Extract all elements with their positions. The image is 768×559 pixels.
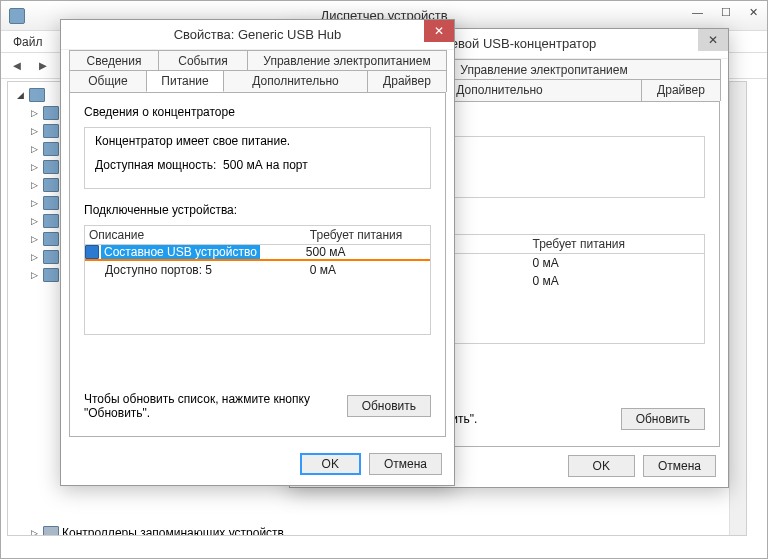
twisty-icon[interactable]: ◢: [14, 90, 26, 100]
device-icon: [43, 268, 59, 282]
available-power-value: 500 мА на порт: [223, 158, 308, 172]
device-icon: [43, 106, 59, 120]
tree-label: Контроллеры запоминающих устройств: [62, 526, 284, 536]
dialog-titlebar: Свойства: Generic USB Hub ✕: [61, 20, 454, 50]
maximize-button[interactable]: ☐: [711, 1, 739, 23]
dialog-title: Свойства: Generic USB Hub: [174, 27, 342, 42]
device-icon: [43, 214, 59, 228]
twisty-icon[interactable]: ▷: [28, 216, 40, 226]
twisty-icon[interactable]: ▷: [28, 162, 40, 172]
storage-icon: [43, 526, 59, 536]
tab-advanced[interactable]: Дополнительно: [223, 70, 368, 92]
tree-scrollbar[interactable]: [729, 82, 746, 535]
device-icon: [43, 124, 59, 138]
connected-devices-label: Подключенные устройства:: [84, 203, 431, 217]
refresh-button[interactable]: Обновить: [621, 408, 705, 430]
app-icon: [9, 8, 25, 24]
tab-general[interactable]: Общие: [69, 70, 147, 92]
device-icon: [43, 160, 59, 174]
device-name: Составное USB устройство: [101, 245, 260, 259]
device-list-group: ОписаниеТребует питания Составное USB ус…: [84, 225, 431, 335]
table-row[interactable]: Доступно портов: 50 мА: [85, 260, 430, 279]
device-power: 500 мА: [306, 245, 430, 261]
nav-forward-button[interactable]: ►: [31, 56, 55, 76]
tree-node-storage[interactable]: ▷Контроллеры запоминающих устройств: [10, 524, 744, 536]
tab-details[interactable]: Сведения: [69, 50, 159, 71]
ok-button[interactable]: OK: [568, 455, 635, 477]
refresh-hint: Чтобы обновить список, нажмите кнопку "О…: [84, 392, 347, 420]
dialog-close-button[interactable]: ✕: [424, 20, 454, 42]
tab-driver[interactable]: Драйвер: [641, 79, 721, 101]
properties-dialog-front: Свойства: Generic USB Hub ✕ Сведения Соб…: [60, 19, 455, 486]
twisty-icon[interactable]: ▷: [28, 252, 40, 262]
device-icon: [43, 250, 59, 264]
device-icon: [43, 196, 59, 210]
col-requires: Требует питания: [529, 235, 705, 254]
tab-panel-power: Сведения о концентраторе Концентратор им…: [69, 92, 446, 437]
hub-info-group: Концентратор имеет свое питание. Доступн…: [84, 127, 431, 189]
nav-back-button[interactable]: ◄: [5, 56, 29, 76]
refresh-button[interactable]: Обновить: [347, 395, 431, 417]
tab-power-management[interactable]: Управление электропитанием: [247, 50, 447, 71]
twisty-icon[interactable]: ▷: [28, 126, 40, 136]
col-requires: Требует питания: [306, 226, 430, 245]
device-icon: [43, 232, 59, 246]
usb-device-icon: [85, 245, 99, 259]
twisty-icon[interactable]: ▷: [28, 528, 40, 536]
cancel-button[interactable]: Отмена: [369, 453, 442, 475]
main-close-button[interactable]: ✕: [739, 1, 767, 23]
twisty-icon[interactable]: ▷: [28, 270, 40, 280]
menu-file[interactable]: Файл: [5, 33, 51, 51]
twisty-icon[interactable]: ▷: [28, 144, 40, 154]
self-powered-text: Концентратор имеет свое питание.: [95, 134, 422, 148]
device-icon: [43, 178, 59, 192]
table-row-selected[interactable]: Составное USB устройство 500 мА: [85, 245, 430, 261]
twisty-icon[interactable]: ▷: [28, 180, 40, 190]
tab-events[interactable]: События: [158, 50, 248, 71]
tab-driver[interactable]: Драйвер: [367, 70, 447, 92]
twisty-icon[interactable]: ▷: [28, 234, 40, 244]
device-icon: [43, 142, 59, 156]
ok-button[interactable]: OK: [300, 453, 361, 475]
tab-power[interactable]: Питание: [146, 70, 224, 92]
computer-icon: [29, 88, 45, 102]
device-list-table: ОписаниеТребует питания Составное USB ус…: [85, 226, 430, 279]
available-power-label: Доступная мощность:: [95, 158, 216, 172]
cancel-button[interactable]: Отмена: [643, 455, 716, 477]
hub-info-label: Сведения о концентраторе: [84, 105, 431, 119]
dialog-close-button[interactable]: ✕: [698, 29, 728, 51]
minimize-button[interactable]: —: [683, 1, 711, 23]
twisty-icon[interactable]: ▷: [28, 108, 40, 118]
twisty-icon[interactable]: ▷: [28, 198, 40, 208]
col-description: Описание: [85, 226, 306, 245]
